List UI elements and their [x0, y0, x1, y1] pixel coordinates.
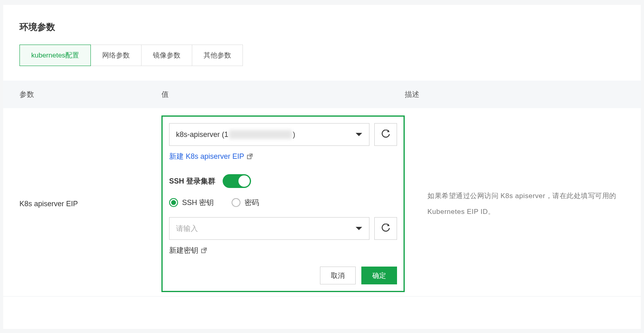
- radio-icon-checked: [169, 198, 178, 207]
- tabs: kubernetes配置 网络参数 镜像参数 其他参数: [3, 45, 641, 81]
- value-panel: k8s-apiserver (1 ): [161, 115, 405, 292]
- radio-ssh-key[interactable]: SSH 密钥: [169, 198, 214, 207]
- new-eip-link[interactable]: 新建 K8s apiserver EIP: [169, 152, 253, 161]
- ssh-auth-radio-group: SSH 密钥 密码: [169, 198, 397, 207]
- ssh-login-label: SSH 登录集群: [169, 176, 215, 186]
- eip-select-value-redacted: [229, 130, 292, 139]
- ssh-key-refresh-button[interactable]: [374, 217, 397, 240]
- tab-other-params[interactable]: 其他参数: [192, 45, 243, 66]
- form-buttons: 取消 确定: [169, 267, 397, 284]
- tab-image-params[interactable]: 镜像参数: [141, 45, 192, 66]
- ssh-key-select-row: 请输入: [169, 217, 397, 240]
- new-key-link-text: 新建密钥: [169, 245, 198, 255]
- external-link-icon: [201, 247, 207, 254]
- eip-select[interactable]: k8s-apiserver (1 ): [169, 123, 369, 146]
- page-container: 环境参数 kubernetes配置 网络参数 镜像参数 其他参数 参数 值 描述…: [3, 5, 641, 329]
- eip-select-value-prefix: k8s-apiserver (1: [176, 130, 228, 139]
- eip-select-value-suffix: ): [293, 130, 295, 139]
- cancel-button[interactable]: 取消: [320, 267, 356, 284]
- ssh-key-select-placeholder: 请输入: [176, 224, 198, 233]
- eip-select-row: k8s-apiserver (1 ): [169, 123, 397, 146]
- caret-down-icon: [355, 226, 363, 231]
- tab-kubernetes-config[interactable]: kubernetes配置: [19, 45, 91, 66]
- table-row: K8s apiserver EIP k8s-apiserver (1 ): [3, 108, 641, 297]
- radio-password-label: 密码: [245, 198, 259, 207]
- eip-refresh-button[interactable]: [374, 123, 397, 146]
- radio-ssh-key-label: SSH 密钥: [182, 198, 214, 207]
- confirm-button[interactable]: 确定: [361, 267, 397, 284]
- page-title: 环境参数: [3, 21, 641, 45]
- table-header-desc: 描述: [405, 90, 625, 99]
- caret-down-icon: [355, 132, 363, 137]
- radio-icon-unchecked: [232, 198, 240, 207]
- tab-network-params[interactable]: 网络参数: [90, 45, 142, 66]
- refresh-icon: [381, 130, 391, 139]
- table-header-param: 参数: [19, 90, 161, 99]
- ssh-key-select[interactable]: 请输入: [169, 217, 369, 240]
- new-eip-link-text: 新建 K8s apiserver EIP: [169, 152, 244, 161]
- toggle-knob: [238, 175, 250, 187]
- param-name: K8s apiserver EIP: [19, 200, 161, 208]
- ssh-login-toggle[interactable]: [223, 174, 251, 188]
- external-link-icon: [247, 153, 253, 160]
- radio-password[interactable]: 密码: [232, 198, 259, 207]
- refresh-icon: [381, 224, 391, 233]
- new-key-link[interactable]: 新建密钥: [169, 245, 207, 255]
- ssh-login-row: SSH 登录集群: [169, 174, 397, 188]
- table-header-value: 值: [161, 90, 405, 99]
- table-header: 参数 值 描述: [3, 81, 641, 108]
- param-description: 如果希望通过公网访问 K8s apiserver，请在此处填写可用的 Kuber…: [405, 188, 625, 220]
